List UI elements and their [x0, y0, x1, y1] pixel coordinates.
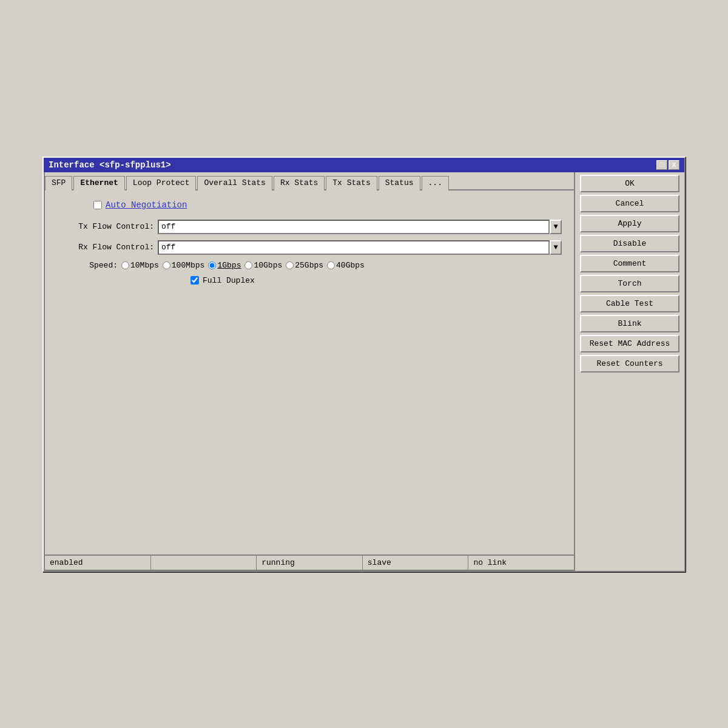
speed-25gbps-label: 25Gbps: [295, 261, 323, 270]
tab-sfp[interactable]: SFP: [45, 176, 72, 190]
tx-flow-control-row: Tx Flow Control: ▼: [57, 220, 562, 234]
blink-button[interactable]: Blink: [580, 315, 679, 332]
torch-button[interactable]: Torch: [580, 275, 679, 292]
speed-100mbps-label: 100Mbps: [172, 261, 205, 270]
title-controls: □ X: [656, 160, 679, 170]
tab-content-ethernet: Auto Negotiation Tx Flow Control: ▼ Rx F…: [45, 190, 574, 554]
main-window: Interface <sfp-sfpplus1> □ X SFP Etherne…: [42, 157, 686, 572]
close-button[interactable]: X: [669, 160, 679, 170]
speed-25gbps-radio[interactable]: [286, 261, 294, 269]
duplex-row: Full Duplex: [57, 276, 562, 285]
tx-flow-control-input[interactable]: [158, 220, 550, 234]
speed-row: Speed: 10Mbps 100Mbps 1Gbps: [57, 261, 562, 270]
status-no-link: no link: [468, 556, 574, 570]
reset-counters-button[interactable]: Reset Counters: [580, 355, 679, 372]
rx-flow-control-arrow[interactable]: ▼: [550, 240, 562, 255]
side-buttons-panel: OK Cancel Apply Disable Comment Torch Ca…: [575, 172, 684, 571]
tx-flow-control-dropdown-container: ▼: [158, 220, 562, 234]
auto-negotiation-checkbox[interactable]: [93, 201, 102, 209]
tab-loop-protect[interactable]: Loop Protect: [126, 176, 197, 190]
status-slave: slave: [363, 556, 469, 570]
speed-40gbps-radio[interactable]: [327, 261, 335, 269]
tab-overall-stats[interactable]: Overall Stats: [197, 176, 272, 190]
main-panel: SFP Ethernet Loop Protect Overall Stats …: [44, 172, 575, 571]
window-title: Interface <sfp-sfpplus1>: [49, 160, 171, 170]
title-bar: Interface <sfp-sfpplus1> □ X: [44, 158, 684, 172]
ok-button[interactable]: OK: [580, 175, 679, 192]
speed-1gbps-label: 1Gbps: [217, 261, 241, 270]
content-area: SFP Ethernet Loop Protect Overall Stats …: [44, 172, 684, 571]
tab-rx-stats[interactable]: Rx Stats: [274, 176, 325, 190]
rx-flow-control-input[interactable]: [158, 240, 550, 255]
cancel-button[interactable]: Cancel: [580, 195, 679, 212]
speed-10mbps-label: 10Mbps: [130, 261, 159, 270]
speed-10mbps-radio[interactable]: [121, 261, 129, 269]
cable-test-button[interactable]: Cable Test: [580, 295, 679, 312]
tab-status[interactable]: Status: [379, 176, 420, 190]
full-duplex-label: Full Duplex: [203, 276, 255, 285]
apply-button[interactable]: Apply: [580, 215, 679, 232]
speed-100mbps-radio[interactable]: [163, 261, 170, 269]
status-running: running: [257, 556, 363, 570]
comment-button[interactable]: Comment: [580, 255, 679, 272]
speed-40gbps[interactable]: 40Gbps: [327, 261, 365, 270]
rx-flow-control-dropdown-container: ▼: [158, 240, 562, 255]
tab-tx-stats[interactable]: Tx Stats: [326, 176, 377, 190]
rx-flow-control-row: Rx Flow Control: ▼: [57, 240, 562, 255]
speed-25gbps[interactable]: 25Gbps: [286, 261, 323, 270]
reset-mac-button[interactable]: Reset MAC Address: [580, 335, 679, 352]
speed-10gbps-label: 10Gbps: [254, 261, 282, 270]
tx-flow-control-arrow[interactable]: ▼: [550, 220, 562, 234]
rx-flow-control-label: Rx Flow Control:: [57, 243, 154, 252]
speed-1gbps-radio[interactable]: [208, 261, 216, 269]
tab-bar: SFP Ethernet Loop Protect Overall Stats …: [45, 172, 574, 190]
speed-10gbps[interactable]: 10Gbps: [244, 261, 282, 270]
speed-100mbps[interactable]: 100Mbps: [163, 261, 205, 270]
status-empty: [151, 556, 257, 570]
full-duplex-checkbox[interactable]: [190, 276, 199, 285]
status-enabled: enabled: [45, 556, 151, 570]
tab-more[interactable]: ...: [422, 176, 449, 190]
speed-1gbps[interactable]: 1Gbps: [208, 261, 241, 270]
tx-flow-control-label: Tx Flow Control:: [57, 222, 154, 231]
speed-label: Speed:: [57, 261, 118, 270]
disable-button[interactable]: Disable: [580, 235, 679, 252]
auto-negotiation-label[interactable]: Auto Negotiation: [106, 200, 187, 210]
speed-40gbps-label: 40Gbps: [336, 261, 365, 270]
tab-ethernet[interactable]: Ethernet: [73, 176, 124, 190]
auto-negotiation-row: Auto Negotiation: [57, 200, 562, 210]
speed-10gbps-radio[interactable]: [244, 261, 252, 269]
minimize-button[interactable]: □: [656, 160, 667, 170]
status-bar: enabled running slave no link: [45, 554, 574, 570]
speed-10mbps[interactable]: 10Mbps: [121, 261, 159, 270]
